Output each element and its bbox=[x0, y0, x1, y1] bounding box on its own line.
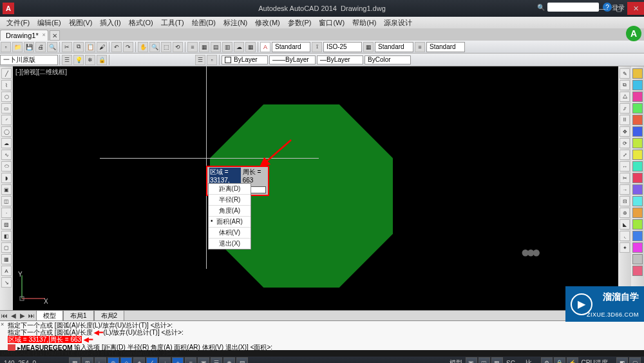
array-icon[interactable]: ⠿ bbox=[620, 115, 630, 125]
tab-model[interactable]: 模型 bbox=[36, 310, 63, 321]
tab-layout1[interactable]: 布局1 bbox=[63, 310, 94, 321]
chamfer-icon[interactable]: ◣ bbox=[620, 219, 630, 230]
move-icon[interactable]: ✥ bbox=[620, 126, 630, 137]
layout-first-icon[interactable]: ⏮ bbox=[0, 311, 9, 320]
menu-view[interactable]: 视图(V) bbox=[65, 17, 97, 28]
redo-icon[interactable]: ↷ bbox=[123, 42, 133, 52]
view-label[interactable]: [-][俯视][二维线框] bbox=[15, 68, 67, 77]
linetype-select[interactable]: —— ByLayer bbox=[269, 55, 316, 64]
opt-exit[interactable]: 退出(X) bbox=[209, 239, 251, 249]
drawing-canvas[interactable]: [-][俯视][二维线框] 区域 = 33137, 周长 = 663 输入选项 … bbox=[13, 66, 618, 310]
lw-toggle[interactable]: ≡ bbox=[185, 357, 196, 363]
close-tab-icon[interactable]: × bbox=[42, 32, 45, 38]
dimstyle-icon[interactable]: ⟟ bbox=[312, 42, 322, 52]
gradient-icon[interactable]: ◧ bbox=[1, 231, 12, 241]
sb-maxvp-icon[interactable]: ▣ bbox=[466, 357, 477, 363]
pline-icon[interactable]: ⌇ bbox=[1, 80, 12, 90]
menu-dimension[interactable]: 标注(N) bbox=[220, 17, 251, 28]
document-tab[interactable]: Drawing1* × bbox=[0, 30, 48, 41]
opt-angle[interactable]: 角度(A) bbox=[209, 206, 251, 217]
sb-qvl-icon[interactable]: ▦ bbox=[491, 357, 503, 363]
rect-icon[interactable]: ▭ bbox=[1, 103, 12, 113]
plotstyle-select[interactable]: ByColor bbox=[365, 55, 411, 64]
layer-iso-icon[interactable]: ▫ bbox=[207, 55, 217, 65]
undo-icon[interactable]: ↶ bbox=[111, 42, 122, 52]
menu-draw[interactable]: 绘图(D) bbox=[188, 17, 220, 28]
line-icon[interactable]: ╱ bbox=[1, 68, 12, 79]
yq-ic-4[interactable] bbox=[632, 103, 643, 113]
yq-ic-15[interactable] bbox=[632, 231, 643, 241]
close-button[interactable]: ✕ bbox=[627, 2, 644, 15]
spline-icon[interactable]: ∿ bbox=[1, 150, 12, 160]
otrack-toggle[interactable]: ∠ bbox=[146, 357, 158, 363]
yq-ic-10[interactable] bbox=[632, 173, 643, 183]
yq-ic-17[interactable] bbox=[632, 254, 643, 264]
sb-model[interactable]: 模型 bbox=[450, 358, 462, 363]
ml-style-select[interactable]: Standard bbox=[426, 42, 465, 52]
table-icon[interactable]: ▦ bbox=[1, 254, 12, 264]
yq-ic-1[interactable] bbox=[632, 68, 643, 79]
add-tab-button[interactable]: ✕ bbox=[50, 30, 60, 41]
open-icon[interactable]: 📁 bbox=[12, 42, 23, 52]
yq-ic-9[interactable] bbox=[632, 161, 643, 172]
menu-format[interactable]: 格式(O) bbox=[125, 17, 157, 28]
yq-ic-5[interactable] bbox=[632, 115, 643, 125]
sb-hw-icon[interactable]: ⚡ bbox=[567, 357, 578, 363]
sb-qv-icon[interactable]: ◫ bbox=[478, 357, 490, 363]
yq-ic-18[interactable] bbox=[632, 266, 643, 276]
sb-lock-icon[interactable]: 🔒 bbox=[554, 357, 565, 363]
opt-area[interactable]: 面积(AR) bbox=[209, 217, 251, 228]
command-window[interactable]: × 指定下一个点或 [圆弧(A)/长度(L)/放弃(U)/总计(T)] <总计>… bbox=[0, 320, 644, 350]
menu-help[interactable]: 帮助(H) bbox=[348, 17, 380, 28]
point-icon[interactable]: · bbox=[1, 208, 12, 218]
ellipse-arc-icon[interactable]: ◗ bbox=[1, 173, 12, 183]
menu-parametric[interactable]: 参数(P) bbox=[284, 17, 316, 28]
sb-clean-icon[interactable]: ▢ bbox=[629, 357, 641, 363]
menu-window[interactable]: 窗口(W) bbox=[315, 17, 348, 28]
ellipse-icon[interactable]: ⬭ bbox=[1, 161, 12, 172]
match-icon[interactable]: 🖌 bbox=[97, 42, 107, 52]
maximize-button[interactable]: ▢ bbox=[611, 2, 627, 15]
extend-icon[interactable]: → bbox=[620, 184, 630, 195]
properties-icon[interactable]: ≡ bbox=[187, 42, 198, 52]
scale-icon[interactable]: ⤢ bbox=[620, 150, 630, 160]
ducs-toggle[interactable]: ⟂ bbox=[159, 357, 171, 363]
autodesk-badge-icon[interactable]: A bbox=[626, 26, 641, 41]
offset-icon[interactable]: ⫽ bbox=[620, 103, 630, 113]
polygon-icon[interactable]: ⬡ bbox=[1, 92, 12, 102]
menu-file[interactable]: 文件(F) bbox=[3, 17, 33, 28]
table-style-select[interactable]: Standard bbox=[375, 42, 413, 52]
layout-last-icon[interactable]: ⏭ bbox=[27, 311, 36, 320]
sb-annoscale[interactable]: 比... bbox=[526, 358, 537, 363]
snap-toggle[interactable]: ▦ bbox=[69, 357, 80, 363]
menu-tools[interactable]: 工具(T) bbox=[157, 17, 188, 28]
block-icon[interactable]: ◫ bbox=[1, 196, 12, 206]
sb-iso-icon[interactable]: ◩ bbox=[616, 357, 628, 363]
cmd-input-line[interactable]: ▸ MEASUREGEOM 输入选项 [距离(D) 半径(R) 角度(A) 面积… bbox=[1, 343, 643, 352]
osnap-toggle[interactable]: ◇ bbox=[120, 357, 132, 363]
erase-icon[interactable]: ✎ bbox=[620, 68, 630, 79]
addsel-icon[interactable]: ↘ bbox=[1, 277, 12, 288]
tab-layout2[interactable]: 布局2 bbox=[94, 310, 125, 321]
yq-ic-6[interactable] bbox=[632, 126, 643, 137]
plot-icon[interactable]: 🖨 bbox=[35, 42, 46, 52]
3dosnap-toggle[interactable]: ◈ bbox=[133, 357, 145, 363]
ucs-icon[interactable]: YX bbox=[15, 271, 49, 308]
yq-ic-13[interactable] bbox=[632, 208, 643, 218]
zoom-prev-icon[interactable]: ⟲ bbox=[173, 42, 183, 52]
yq-ic-12[interactable] bbox=[632, 196, 643, 206]
join-icon[interactable]: ⊕ bbox=[620, 208, 630, 218]
mtext-icon[interactable]: A bbox=[1, 266, 12, 276]
layer-lock-icon[interactable]: 🔒 bbox=[97, 55, 107, 65]
tp-icon[interactable]: ▤ bbox=[211, 42, 221, 52]
menu-modify[interactable]: 修改(M) bbox=[251, 17, 284, 28]
opt-radius[interactable]: 半径(R) bbox=[209, 195, 251, 206]
yq-ic-11[interactable] bbox=[632, 184, 643, 195]
menu-yuanquan[interactable]: 源泉设计 bbox=[380, 17, 416, 28]
layer-freeze-icon[interactable]: ❄ bbox=[85, 55, 95, 65]
color-select[interactable]: ByLayer bbox=[222, 55, 268, 64]
menu-insert[interactable]: 插入(I) bbox=[96, 17, 124, 28]
paste-icon[interactable]: 📋 bbox=[85, 42, 95, 52]
layout-prev-icon[interactable]: ◀ bbox=[9, 311, 18, 320]
pan-icon[interactable]: ✋ bbox=[138, 42, 148, 52]
